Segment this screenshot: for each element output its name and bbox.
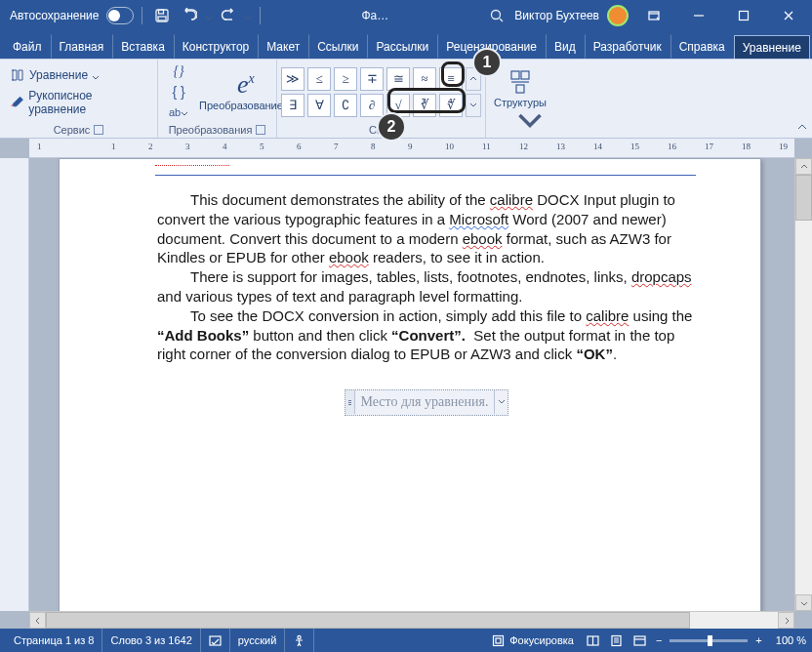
tab-developer[interactable]: Разработчик [585, 34, 670, 59]
convert-text-icon[interactable]: ab [164, 102, 193, 122]
structures-button[interactable]: Структуры [492, 63, 548, 120]
tab-references[interactable]: Ссылки [308, 34, 367, 59]
tab-home[interactable]: Главная [51, 34, 113, 59]
ruler-number: 18 [742, 142, 751, 151]
symbol-item[interactable]: ≫ [281, 67, 304, 91]
status-page[interactable]: Страница 1 из 8 [6, 629, 102, 652]
ruler-number: 2 [148, 142, 153, 151]
zoom-control[interactable]: − + 100 % [652, 634, 806, 646]
equation-placeholder[interactable]: Место для уравнения. [345, 389, 509, 415]
zoom-slider[interactable] [670, 639, 748, 642]
tab-help[interactable]: Справка [670, 34, 734, 59]
ruler-number: 6 [297, 142, 302, 151]
symbol-item[interactable]: ≤ [307, 67, 331, 91]
scrollbar-thumb[interactable] [46, 612, 690, 629]
save-icon[interactable] [150, 4, 174, 27]
tab-insert[interactable]: Вставка [112, 34, 174, 59]
callout-1: 1 [472, 48, 502, 77]
status-accessibility[interactable] [285, 629, 314, 652]
svg-rect-9 [210, 636, 221, 645]
dialog-launcher-conversions[interactable] [256, 125, 265, 135]
convert-professional-icon[interactable]: { } [164, 82, 193, 102]
horizontal-scrollbar[interactable] [29, 611, 794, 629]
autosave-label: Автосохранение [10, 9, 99, 22]
ruler-number: 4 [223, 142, 227, 151]
tab-file[interactable]: Файл [4, 34, 51, 59]
equation-options-dropdown[interactable] [494, 390, 508, 414]
scroll-down-icon[interactable] [795, 594, 812, 611]
ruler-number: 5 [260, 142, 264, 151]
vertical-scrollbar[interactable] [794, 158, 812, 611]
account-name[interactable]: Виктор Бухтеев [514, 9, 599, 22]
equation-button[interactable]: Уравнение [6, 65, 151, 85]
ruler-number: 1 [111, 142, 116, 151]
dialog-launcher-tools[interactable] [94, 125, 103, 135]
status-words[interactable]: Слово 3 из 1642 [102, 629, 200, 652]
document-canvas[interactable]: This document demonstrates the ability o… [29, 158, 794, 611]
symbol-item[interactable]: ∁ [334, 94, 357, 117]
ruler-number: 19 [779, 142, 788, 151]
ruler-number: 9 [408, 142, 413, 151]
ruler-number: 16 [668, 142, 676, 151]
view-read-mode-icon[interactable] [582, 631, 605, 650]
symbol-item[interactable]: ∂ [360, 94, 384, 117]
ribbon-collapse-icon[interactable] [796, 121, 808, 136]
structures-label: Структуры [494, 97, 547, 108]
ribbon: Уравнение Рукописное уравнение Сервис {}… [0, 59, 812, 139]
status-focus[interactable]: Фокусировка [484, 629, 582, 652]
qat-more-icon[interactable] [244, 12, 252, 20]
view-print-layout-icon[interactable] [605, 631, 629, 650]
tab-layout[interactable]: Макет [258, 34, 308, 59]
proofing-mark [155, 165, 229, 166]
convert-linear-icon[interactable]: {} [164, 61, 193, 81]
scrollbar-thumb[interactable] [795, 175, 812, 221]
chevron-down-icon [92, 71, 100, 79]
account-avatar[interactable] [607, 5, 629, 26]
scroll-left-icon[interactable] [29, 612, 46, 629]
redo-icon[interactable] [217, 4, 240, 27]
svg-rect-12 [496, 638, 501, 643]
ruler-number: 13 [556, 142, 565, 151]
horizontal-ruler[interactable]: 112345678910111213141516171819 [29, 139, 794, 158]
ruler-number: 12 [519, 142, 528, 151]
symbol-gallery-more[interactable] [466, 94, 481, 117]
ribbon-display-options-icon[interactable] [634, 4, 673, 27]
scroll-right-icon[interactable] [778, 612, 794, 629]
symbol-item[interactable]: ∃ [281, 94, 304, 117]
search-icon[interactable] [485, 4, 508, 27]
tab-view[interactable]: Вид [546, 34, 585, 59]
undo-icon[interactable] [178, 4, 201, 27]
document-body[interactable]: This document demonstrates the ability o… [157, 190, 696, 416]
highlight-2 [387, 88, 466, 113]
symbol-item[interactable]: ≥ [334, 67, 357, 91]
symbol-item[interactable]: ∀ [307, 94, 331, 117]
tab-equation[interactable]: Уравнение [734, 35, 810, 59]
zoom-value[interactable]: 100 % [776, 634, 806, 646]
ruler-number: 17 [705, 142, 713, 151]
equation-move-handle[interactable] [345, 390, 355, 414]
svg-point-10 [298, 635, 301, 638]
window-close-icon[interactable] [769, 4, 808, 27]
ruler-number: 11 [482, 142, 491, 151]
status-proofing[interactable] [201, 629, 230, 652]
view-web-layout-icon[interactable] [629, 631, 652, 650]
autosave-toggle[interactable] [106, 7, 134, 24]
status-language[interactable]: русский [230, 629, 285, 652]
ruler-number: 1 [37, 142, 42, 151]
undo-more-icon[interactable] [205, 12, 213, 20]
vertical-ruler[interactable] [0, 158, 29, 611]
zoom-in-icon[interactable]: + [751, 634, 765, 646]
zoom-out-icon[interactable]: − [652, 634, 666, 646]
tab-mailings[interactable]: Рассылки [367, 34, 437, 59]
ribbon-group-tools-label: Сервис [54, 124, 91, 136]
symbol-item[interactable]: ∓ [360, 67, 384, 91]
scroll-up-icon[interactable] [795, 158, 812, 175]
symbol-item[interactable]: ≈ [413, 67, 436, 91]
window-maximize-icon[interactable] [724, 4, 763, 27]
window-minimize-icon[interactable] [679, 4, 718, 27]
tab-design[interactable]: Конструктор [174, 34, 258, 59]
ribbon-group-conversions-label: Преобразования [169, 124, 253, 136]
symbol-item[interactable]: ≅ [386, 67, 410, 91]
ink-equation-button[interactable]: Рукописное уравнение [6, 87, 151, 118]
ruler-number: 15 [630, 142, 639, 151]
